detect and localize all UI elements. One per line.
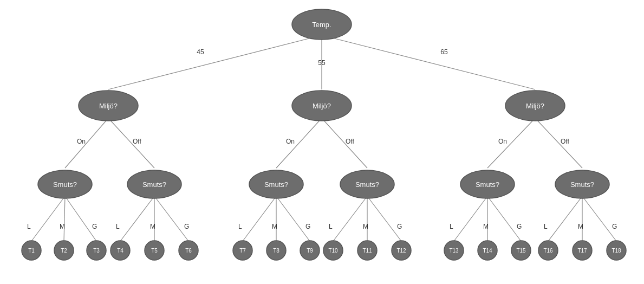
- root-label: Temp.: [312, 21, 331, 29]
- leaf-lbl-M6: M: [578, 223, 583, 230]
- smuts-label-5: Smuts?: [476, 180, 499, 189]
- leaf-t6-label: T6: [185, 248, 192, 254]
- leaf-lbl-M5: M: [483, 223, 489, 230]
- leaf-t5-label: T5: [151, 248, 158, 254]
- leaf-lbl-G3: G: [305, 223, 310, 230]
- edge-smuts4-t10: [333, 196, 367, 241]
- branch-label-on-3: On: [498, 138, 507, 145]
- leaf-lbl-G2: G: [184, 223, 189, 230]
- leaf-lbl-L6: L: [544, 223, 548, 230]
- smuts-label-3: Smuts?: [264, 180, 288, 189]
- edge-label-45: 45: [197, 48, 204, 56]
- decision-tree: 45 55 65 Temp. On Off Miljö? L M G Smuts…: [0, 0, 644, 284]
- edge-smuts2-t4: [120, 196, 154, 241]
- leaf-lbl-M2: M: [150, 223, 155, 230]
- edge-label-65: 65: [440, 48, 448, 56]
- edge-miljo-left-on: [65, 118, 108, 168]
- smuts-label-6: Smuts?: [570, 180, 594, 189]
- edge-smuts1-t2: [64, 196, 65, 241]
- edge-smuts2-t6: [154, 196, 188, 241]
- edge-miljo-center-on: [276, 118, 322, 168]
- leaf-t8-label: T8: [273, 248, 279, 254]
- leaf-t12-label: T12: [396, 248, 406, 254]
- branch-label-on-2: On: [286, 138, 295, 145]
- smuts-label-1: Smuts?: [53, 180, 77, 189]
- leaf-t3-label: T3: [93, 248, 100, 254]
- miljo-label-center: Miljö?: [313, 102, 331, 110]
- leaf-lbl-L4: L: [329, 223, 333, 230]
- leaf-t11-label: T11: [362, 248, 372, 254]
- edge-root-right: [322, 35, 535, 89]
- edge-smuts1-t3: [65, 196, 96, 241]
- leaf-t18-label: T18: [612, 248, 621, 254]
- leaf-t17-label: T17: [577, 248, 587, 254]
- edge-smuts4-t12: [367, 196, 401, 241]
- leaf-lbl-M1: M: [60, 223, 65, 230]
- leaf-lbl-L5: L: [450, 223, 453, 230]
- branch-label-off-3: Off: [561, 138, 569, 145]
- leaf-t9-label: T9: [307, 248, 313, 254]
- leaf-lbl-L1: L: [27, 223, 31, 230]
- edge-miljo-left-off: [108, 118, 154, 168]
- edge-smuts5-t15: [487, 196, 521, 241]
- miljo-label-left: Miljö?: [99, 102, 118, 110]
- branch-label-on-1: On: [77, 138, 86, 145]
- leaf-t7-label: T7: [239, 248, 246, 254]
- leaf-lbl-L2: L: [116, 223, 120, 230]
- edge-smuts6-t18: [582, 196, 616, 241]
- leaf-lbl-M4: M: [363, 223, 368, 230]
- leaf-lbl-G1: G: [92, 223, 97, 230]
- leaf-t10-label: T10: [328, 248, 338, 254]
- leaf-lbl-G5: G: [517, 223, 522, 230]
- edge-label-55: 55: [318, 59, 326, 67]
- branch-label-off-2: Off: [346, 138, 354, 145]
- leaf-lbl-L3: L: [238, 223, 242, 230]
- edge-smuts3-t7: [243, 196, 276, 241]
- smuts-label-2: Smuts?: [142, 180, 166, 189]
- leaf-t13-label: T13: [449, 248, 459, 254]
- leaf-t2-label: T2: [61, 248, 67, 254]
- edge-smuts6-t16: [548, 196, 582, 241]
- edge-smuts3-t9: [276, 196, 310, 241]
- smuts-label-4: Smuts?: [355, 180, 379, 189]
- miljo-label-right: Miljö?: [526, 102, 544, 110]
- edge-miljo-center-off: [322, 118, 367, 168]
- leaf-t16-label: T16: [543, 248, 553, 254]
- leaf-t15-label: T15: [516, 248, 526, 254]
- edge-root-left: [108, 35, 322, 89]
- branch-label-off-1: Off: [133, 138, 141, 145]
- leaf-t14-label: T14: [483, 248, 492, 254]
- leaf-lbl-G6: G: [612, 223, 617, 230]
- leaf-t1-label: T1: [28, 248, 35, 254]
- edge-smuts1-t1: [31, 196, 65, 241]
- leaf-lbl-M3: M: [272, 223, 277, 230]
- leaf-t4-label: T4: [117, 248, 123, 254]
- edge-miljo-right-off: [535, 118, 582, 168]
- leaf-lbl-G4: G: [397, 223, 402, 230]
- edge-smuts5-t13: [454, 196, 487, 241]
- edge-miljo-right-on: [487, 118, 535, 168]
